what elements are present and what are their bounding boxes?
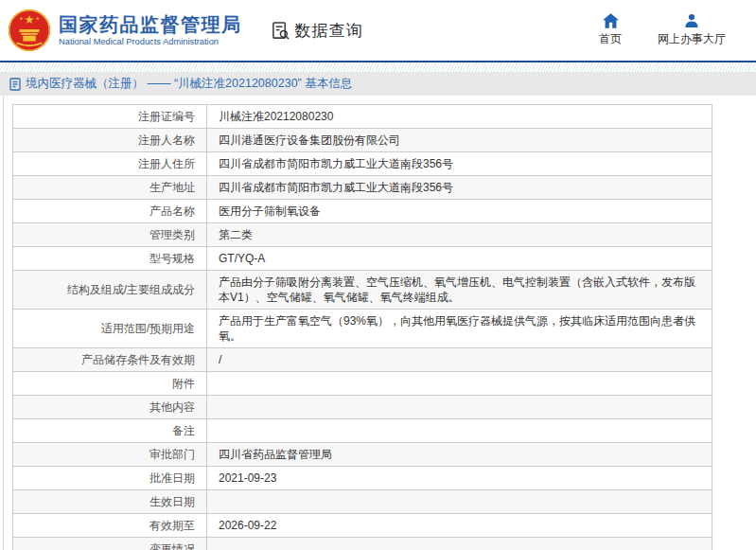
field-value: 四川省成都市简阳市凯力威工业大道南段356号 <box>207 152 712 176</box>
breadcrumb: 境内医疗器械（注册） —— “川械注准20212080230” 基本信息 <box>0 72 756 96</box>
site-title: 国家药品监督管理局 <box>59 13 242 36</box>
table-row: 型号规格 GT/YQ-A <box>13 247 712 271</box>
field-label: 其他内容 <box>13 396 207 419</box>
field-value: 医用分子筛制氧设备 <box>207 200 712 223</box>
nav-service-hall-label: 网上办事大厅 <box>658 31 726 47</box>
table-row: 适用范围/预期用途 产品用于生产富氧空气（93%氧），向其他用氧医疗器械提供气源… <box>13 310 712 348</box>
table-row: 批准日期 2021-09-23 <box>13 467 712 490</box>
table-row: 结构及组成/主要组成成分 产品由分子筛吸附分离装置、空气压缩机、氧气增压机、电气… <box>13 271 712 310</box>
table-row: 变更情况 <box>13 538 712 550</box>
table-row: 产品名称 医用分子筛制氧设备 <box>13 200 712 223</box>
field-value: 四川港通医疗设备集团股份有限公司 <box>207 129 712 152</box>
field-label: 管理类别 <box>13 223 207 247</box>
field-value: 产品用于生产富氧空气（93%氧），向其他用氧医疗器械提供气源，按其临床适用范围向… <box>207 310 712 348</box>
field-label: 注册证编号 <box>13 105 207 129</box>
field-value: 四川省药品监督管理局 <box>207 443 712 467</box>
field-value: 四川省成都市简阳市凯力威工业大道南段356号 <box>207 176 712 200</box>
field-value <box>207 419 712 443</box>
nav-service-hall[interactable]: 网上办事大厅 <box>658 13 726 47</box>
field-value: 第二类 <box>207 223 712 247</box>
field-label: 型号规格 <box>13 247 207 271</box>
field-value <box>207 372 712 396</box>
field-label: 批准日期 <box>13 467 207 490</box>
field-label: 附件 <box>13 372 207 396</box>
field-value: 川械注准20212080230 <box>207 105 712 129</box>
data-query-label: 数据查询 <box>295 20 363 42</box>
table-row: 产品储存条件及有效期 / <box>13 348 712 372</box>
field-label: 生产地址 <box>13 176 207 200</box>
field-label: 备注 <box>13 419 207 443</box>
field-value: / <box>207 348 712 372</box>
field-value: 2026-09-22 <box>207 514 712 538</box>
table-row: 审批部门 四川省药品监督管理局 <box>13 443 712 467</box>
field-label: 注册人名称 <box>13 129 207 152</box>
field-label: 注册人住所 <box>13 152 207 176</box>
field-label: 适用范围/预期用途 <box>13 310 207 348</box>
nav-home-label: 首页 <box>599 31 622 47</box>
table-row: 注册证编号 川械注准20212080230 <box>13 105 712 129</box>
user-icon <box>684 13 699 28</box>
field-label: 产品名称 <box>13 200 207 223</box>
svg-text:★: ★ <box>35 16 39 21</box>
table-row: 注册人名称 四川港通医疗设备集团股份有限公司 <box>13 129 712 152</box>
field-label: 有效期至 <box>13 514 207 538</box>
table-row: 生产地址 四川省成都市简阳市凯力威工业大道南段356号 <box>13 176 712 200</box>
table-row: 管理类别 第二类 <box>13 223 712 247</box>
nav-home[interactable]: 首页 <box>591 13 629 47</box>
content-panel: 注册证编号 川械注准20212080230 注册人名称 四川港通医疗设备集团股份… <box>3 96 756 550</box>
field-label: 审批部门 <box>13 443 207 467</box>
registration-info-table: 注册证编号 川械注准20212080230 注册人名称 四川港通医疗设备集团股份… <box>12 104 712 550</box>
document-icon <box>9 78 21 91</box>
national-emblem-icon: ★ ★ ★ <box>8 9 51 52</box>
data-query-icon <box>271 21 290 41</box>
field-label: 生效日期 <box>13 490 207 514</box>
field-value <box>207 396 712 419</box>
field-value: 2021-09-23 <box>207 467 712 490</box>
site-logo[interactable]: ★ ★ ★ 国家药品监督管理局 National Medical Product… <box>8 9 242 52</box>
logo-text: 国家药品监督管理局 National Medical Products Admi… <box>59 13 242 47</box>
breadcrumb-text: 境内医疗器械（注册） —— “川械注准20212080230” 基本信息 <box>26 76 352 92</box>
field-label: 结构及组成/主要组成成分 <box>13 271 207 310</box>
table-row: 生效日期 <box>13 490 712 514</box>
site-subtitle: National Medical Products Administration <box>59 36 242 47</box>
site-header: ★ ★ ★ 国家药品监督管理局 National Medical Product… <box>0 0 756 62</box>
svg-text:★: ★ <box>19 16 23 21</box>
table-row: 有效期至 2026-09-22 <box>13 514 712 538</box>
svg-text:★: ★ <box>24 13 34 27</box>
home-icon <box>603 13 619 28</box>
table-row: 附件 <box>13 372 712 396</box>
decor-stripe-band <box>0 62 756 72</box>
field-label: 变更情况 <box>13 538 207 550</box>
data-query-section[interactable]: 数据查询 <box>271 20 363 42</box>
field-value <box>207 490 712 514</box>
header-nav: 首页 网上办事大厅 <box>591 13 726 47</box>
table-row: 注册人住所 四川省成都市简阳市凯力威工业大道南段356号 <box>13 152 712 176</box>
field-value <box>207 538 712 550</box>
table-row: 备注 <box>13 419 712 443</box>
field-value: 产品由分子筛吸附分离装置、空气压缩机、氧气增压机、电气控制装置（含嵌入式软件，发… <box>207 271 712 310</box>
field-label: 产品储存条件及有效期 <box>13 348 207 372</box>
table-row: 其他内容 <box>13 396 712 419</box>
field-value: GT/YQ-A <box>207 247 712 271</box>
